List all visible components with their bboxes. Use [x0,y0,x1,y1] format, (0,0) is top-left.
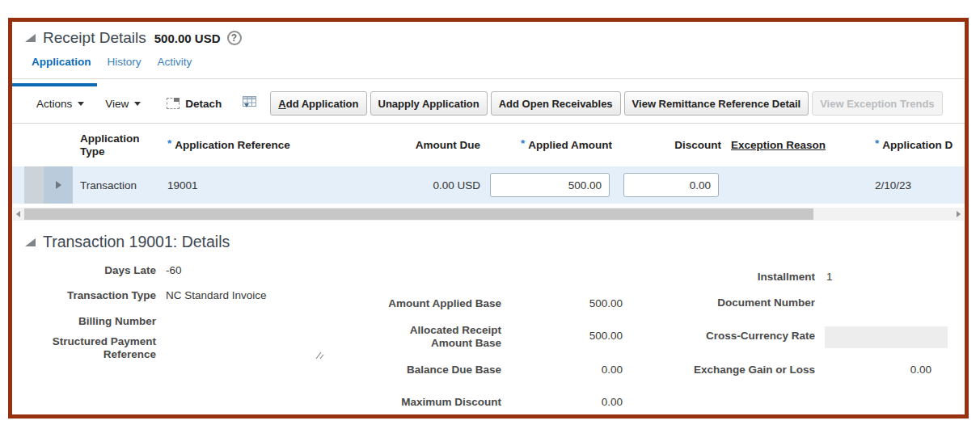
label-installment: Installment [670,271,815,284]
applications-table: Application Type *Application Reference … [12,123,965,204]
cell-application-date: 2/10/23 [869,166,965,204]
label-structured-payment-reference: Structured Payment Reference [25,335,156,361]
table-row[interactable]: Transaction 19001 0.00 USD 2/10/23 [12,166,965,204]
cell-application-reference: 19001 [162,166,323,204]
page-title: Receipt Details [43,29,146,47]
value-exchange-gain-or-loss: 0.00 [851,364,931,376]
value-amount-applied-base: 500.00 [542,297,623,310]
label-exchange-gain-or-loss: Exchange Gain or Loss [670,364,815,376]
value-days-late: -60 [166,264,182,277]
label-billing-number: Billing Number [25,315,156,328]
label-allocated-receipt-amount-base: Allocated Receipt Amount Base [372,324,501,350]
tab-history[interactable]: History [104,54,145,69]
label-document-number: Document Number [670,297,815,309]
detach-button[interactable]: Detach [167,98,222,110]
add-application-button[interactable]: Add Application [270,91,366,116]
value-installment: 1 [826,271,833,284]
label-balance-due-base: Balance Due Base [372,364,501,376]
help-icon[interactable]: ? [227,31,242,45]
freeze-grid-icon[interactable] [243,96,257,111]
col-application-reference[interactable]: *Application Reference [162,124,323,166]
value-transaction-type: NC Standard Invoice [166,289,267,302]
view-exception-trends-button: View Exception Trends [812,91,942,116]
table-header-row: Application Type *Application Reference … [12,124,965,166]
horizontal-scrollbar[interactable] [13,208,964,221]
label-cross-currency-rate: Cross-Currency Rate [670,330,815,343]
collapse-triangle-icon[interactable] [25,34,36,42]
toolbar: Actions View Detach Add Application Unap… [12,91,965,116]
tab-activity[interactable]: Activity [154,54,196,69]
scroll-right-icon[interactable] [957,211,961,217]
col-application-date[interactable]: *Application D [869,124,965,166]
cell-exception-reason [721,166,869,204]
label-transaction-type: Transaction Type [25,289,156,302]
receipt-details-panel: Receipt Details 500.00 USD ? Application… [8,18,969,418]
row-expand[interactable] [44,166,73,204]
section-title: Transaction 19001: Details [43,233,230,251]
row-selector[interactable] [24,166,44,204]
applied-amount-input[interactable] [490,173,610,197]
unapply-application-button[interactable]: Unapply Application [370,91,488,116]
col-discount[interactable]: Discount [612,124,721,166]
value-allocated-receipt-amount-base: 500.00 [542,330,623,343]
cell-amount-due: 0.00 USD [323,166,485,204]
label-days-late: Days Late [25,264,156,277]
col-applied-amount[interactable]: *Applied Amount [485,124,612,166]
label-maximum-discount: Maximum Discount [372,396,501,409]
col-exception-reason[interactable]: Exception Reason [721,124,869,166]
view-menu[interactable]: View [105,98,141,110]
transaction-details-header: Transaction 19001: Details [25,233,230,251]
tab-bar: Application History Activity [12,54,965,79]
collapse-triangle-icon[interactable] [25,238,36,246]
scroll-left-icon[interactable] [16,211,20,217]
chevron-down-icon [78,102,84,106]
resize-handle-icon[interactable] [315,348,324,363]
chevron-down-icon [134,102,141,106]
panel-header: Receipt Details 500.00 USD ? [25,29,242,47]
cell-application-type: Transaction [73,166,162,204]
receipt-amount: 500.00 USD [154,32,221,45]
view-remittance-reference-detail-button[interactable]: View Remittance Reference Detail [624,91,809,116]
col-amount-due[interactable]: Amount Due [323,124,485,166]
detach-icon [167,98,180,109]
discount-input[interactable] [623,173,719,197]
actions-menu[interactable]: Actions [36,98,84,110]
label-amount-applied-base: Amount Applied Base [372,297,501,310]
scrollbar-thumb[interactable] [24,208,813,220]
tab-application[interactable]: Application [28,54,95,69]
cross-currency-rate-input [825,326,948,348]
value-balance-due-base: 0.00 [542,364,623,376]
value-maximum-discount: 0.00 [542,396,623,409]
add-open-receivables-button[interactable]: Add Open Receivables [491,91,621,116]
expand-icon [56,181,61,189]
col-application-type[interactable]: Application Type [73,124,162,166]
